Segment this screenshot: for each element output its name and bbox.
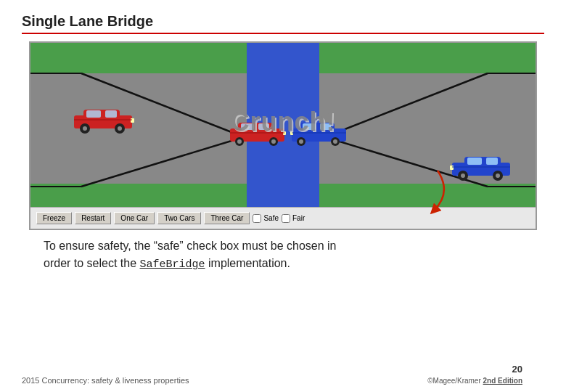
svg-point-15 [118, 126, 122, 131]
svg-rect-11 [105, 110, 117, 118]
crunch-text: Crunch! [231, 107, 336, 137]
svg-rect-16 [131, 118, 134, 123]
freeze-button[interactable]: Freeze [36, 212, 72, 224]
safe-bridge-code: SafeBridge [140, 258, 205, 271]
button-bar: Freeze Restart One Car Two Cars Three Ca… [30, 207, 536, 229]
svg-point-43 [461, 173, 465, 178]
svg-point-45 [496, 173, 500, 178]
body-text: To ensure safety, the “safe” check box m… [44, 237, 544, 274]
three-car-button[interactable]: Three Car [204, 212, 250, 224]
title-area: Single Lane Bridge [22, 13, 544, 34]
simulation-frame: Crunch! [29, 41, 537, 230]
arrow-indicator [409, 167, 452, 218]
safe-checkbox[interactable] [253, 214, 261, 223]
body-line1: To ensure safety, the “safe” check box m… [44, 240, 336, 252]
fair-checkbox[interactable] [282, 214, 290, 223]
svg-point-13 [83, 126, 87, 131]
svg-line-2 [81, 136, 248, 187]
footer: 2015 Concurrency: safety & liveness prop… [0, 364, 544, 385]
title-underline [22, 33, 544, 34]
restart-button[interactable]: Restart [75, 212, 111, 224]
footer-edition: 2nd Edition [483, 377, 522, 385]
svg-point-35 [333, 139, 337, 144]
svg-point-23 [237, 139, 242, 144]
two-cars-button[interactable]: Two Cars [157, 212, 201, 224]
fair-label: Fair [292, 214, 305, 222]
footer-right: 20 ©Magee/Kramer 2nd Edition [427, 364, 522, 385]
page-number: 20 [427, 364, 522, 375]
svg-point-25 [271, 139, 276, 144]
car-blue-right [448, 148, 514, 181]
safe-checkbox-container: Safe [253, 214, 279, 223]
svg-point-33 [299, 139, 303, 144]
safe-label: Safe [263, 214, 279, 222]
footer-copyright: ©Magee/Kramer 2nd Edition [427, 377, 522, 385]
body-line2: order to select the [44, 257, 136, 269]
body-line3: implementation. [208, 257, 290, 269]
svg-rect-41 [486, 158, 498, 165]
footer-left-text: 2015 Concurrency: safety & liveness prop… [22, 376, 189, 385]
svg-rect-40 [467, 158, 482, 165]
slide-container: Single Lane Bridge Crunch! [0, 0, 566, 392]
one-car-button[interactable]: One Car [114, 212, 155, 224]
page-title: Single Lane Bridge [22, 13, 544, 30]
fair-checkbox-container: Fair [282, 214, 305, 223]
car-red-left [70, 101, 136, 134]
svg-rect-10 [86, 110, 101, 118]
